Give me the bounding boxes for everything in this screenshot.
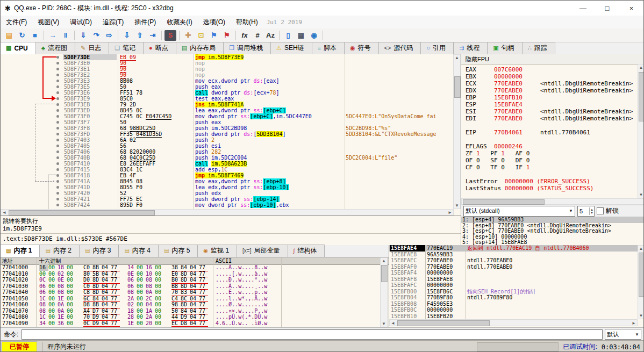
dump-byte[interactable]: 0E [58,277,67,283]
column-separator[interactable] [118,54,118,209]
dump-byte[interactable]: D9 [181,314,190,320]
function-button[interactable]: fx [239,30,251,41]
dump-byte[interactable]: 77 [111,314,120,320]
tab-符号[interactable]: ◉符号 [344,42,379,54]
close-icon[interactable]: × [619,1,643,16]
dump-byte[interactable]: 77 [199,283,208,290]
disasm-row[interactable]: 5D8F73E6FF51 78call dword ptr ds:[ecx+78… [1,90,454,96]
dump-byte[interactable]: 0A [58,301,67,308]
dump-row[interactable]: 7704106008000A00D88B047702000400988D0477… [1,301,378,308]
dump-byte[interactable]: 04 [190,289,199,296]
stack-row[interactable]: 15E8FB1015E8FB20 [389,313,638,320]
stack-vscrollbar[interactable]: ▲ ▼ [638,245,644,319]
register-line[interactable]: ESI 770EABE0 <ntdll.DbgUiRemoteBreakin> [466,108,638,115]
dump-byte[interactable]: 00 [67,314,76,320]
disasm-row[interactable]: 5D8F73E290nop [1,72,454,78]
dump-byte[interactable]: A4 [83,308,92,314]
dump-byte[interactable]: 84 [181,264,190,271]
dump-byte[interactable]: 00 [48,296,58,302]
dump-byte[interactable]: 00 [48,271,58,277]
dump-byte[interactable]: 00 [137,289,146,296]
dump-row[interactable]: 770410501C001E006C8404772A002C00C48C0477… [1,296,378,302]
dump-byte[interactable]: 2A [146,314,155,320]
dump-row[interactable]: 7704104006000800C88D047708000A0070830477… [1,289,378,296]
dump-byte[interactable]: 00 [48,283,58,290]
disasm-row[interactable]: 5D8F7418EB 4Fjmp im.5D8F7469 [1,173,454,178]
register-line[interactable]: EBX 00000000 [466,73,638,80]
disasm-row[interactable]: 5D8F73F750push eax [1,119,454,125]
disasm-row[interactable]: 5D8F7421FF75 ECpush dword ptr ss:[ebp-14… [1,196,454,202]
step-over-button[interactable]: ↷ [90,30,102,41]
dump-row[interactable]: 770410200C000E00D08D047706000800B08D0477… [1,277,378,283]
dump-byte[interactable]: 04 [190,320,199,327]
disasm-row[interactable]: 5D8F73F868 98BDC25Dpush im.5DC2BD985DC2B… [1,125,454,131]
command-input[interactable] [22,329,603,340]
scroll-thumb[interactable] [9,210,155,215]
dump-byte[interactable]: 1C [39,314,48,320]
dump-row[interactable]: 7704101000000200805B04770E001000E08D0477… [1,271,378,277]
register-line[interactable] [466,171,638,178]
calculator-button[interactable]: ▦ [295,30,307,41]
run-to-user-code-button[interactable]: ⇥ [147,30,159,41]
disasm-row[interactable]: 5D8F73E550push eax [1,84,454,90]
labels-button[interactable]: ⚑ [208,30,220,41]
maximize-icon[interactable]: □ [595,1,619,16]
disasm-row[interactable]: 5D8F741A8B45 08mov eax,dword ptr ss:[ebp… [1,178,454,184]
hash-button[interactable]: # [252,30,263,41]
tab-线程[interactable]: ⇉线程 [453,42,488,54]
registers-vscrollbar[interactable]: ▲ ▼ [638,64,644,198]
scroll-down-icon[interactable]: ▼ [638,192,644,198]
stack-row[interactable]: 15E8FAFC00000000 [389,282,638,289]
dump-byte[interactable]: 08 [39,308,48,314]
disasm-row[interactable]: 5D8F73DEEB 09jmp im.5D8F73E9 [1,54,454,60]
dump-byte[interactable]: 00 [137,301,146,308]
step-down-button[interactable]: ⇩ [121,30,133,41]
dump-byte[interactable]: 8D [92,277,102,283]
scroll-up-icon[interactable]: ▲ [638,246,644,252]
dump-byte[interactable]: 16 [146,264,155,271]
dump-byte[interactable]: 04 [190,283,199,290]
menu-item-p[interactable]: 插件(P) [129,18,161,27]
restart-button[interactable]: ↻ [16,30,28,41]
dump-byte[interactable]: 08 [39,301,48,308]
dump-byte[interactable]: 00 [137,264,146,271]
disasm-row[interactable]: 5D8F741D8D55 F0lea edx,dword ptr ss:[ebp… [1,184,454,190]
disasm-row[interactable]: 5D8F7410E8 26EEFAFFcall im.5D8A623B [1,161,454,167]
dump-byte[interactable]: 8B [92,301,102,308]
disasm-vscrollbar[interactable]: ▲ ▼ [453,54,461,209]
dump-byte[interactable]: 98 [171,301,181,308]
dump-byte[interactable]: 8D [181,277,190,283]
dump-byte[interactable]: 00 [137,277,146,283]
register-line[interactable]: EBP 15E8FB10 [466,94,638,101]
disasm-row[interactable]: 5D8F73E190nop [1,66,454,72]
scroll-thumb[interactable] [639,72,644,121]
call-arg-row[interactable]: 1: [esp+4] 96A59BB3 [461,217,644,223]
menu-item-t[interactable]: 追踪(T) [97,18,129,27]
dump-byte[interactable]: 8B [92,264,102,271]
dump-byte[interactable]: 8D [181,301,190,308]
dump-row[interactable]: 7704107008000A00A4D7047718001A0050840477… [1,308,378,314]
tab-seh链[interactable]: ⚠SEH链 [270,42,312,54]
disasm-row[interactable]: 5D8F73F0C745 0C E047C45Dmov dword ptr ss… [1,113,454,119]
tab-日志[interactable]: ✎日志 [75,42,109,54]
register-line[interactable]: ZF 1 PF 1 AF 0 [466,150,638,157]
dump-byte[interactable]: 00 [137,314,146,320]
tab-内存布局[interactable]: ▤内存布局 [176,42,224,54]
dump-byte[interactable]: 00 [67,264,76,271]
disasm-row[interactable]: 5D8F740668 82020000push 282 [1,149,454,155]
disasm-row[interactable]: 5D8F73ED8D45 0Clea eax,dword ptr ss:[ebp… [1,107,454,113]
dump-tab-结构体[interactable]: ∫结构体 [288,245,325,257]
scroll-down-icon[interactable]: ▼ [381,321,387,327]
disasm-row[interactable]: 5D8F740556push esi [1,143,454,149]
dump-byte[interactable]: 70 [83,314,92,320]
dump-byte[interactable]: C8 [83,289,92,296]
disasm-row[interactable]: 5D8F74036A 02push 2 [1,137,454,143]
dump-byte[interactable]: 06 [39,289,48,296]
dump-byte[interactable]: 04 [190,314,199,320]
stack-row[interactable]: 15E8FAE4770EAC19返回到 ntdll.770EAC19 自 ntd… [389,245,638,252]
scroll-up-icon[interactable]: ▲ [638,64,644,70]
dump-byte[interactable]: 0A [58,308,67,314]
dump-byte[interactable]: 1E [58,296,67,302]
register-line[interactable]: EDI 770EABE0 <ntdll.DbgUiRemoteBreakin> [466,115,638,122]
stack-row[interactable]: 15E8FB0015E8FB6C指向SEH_Record[1]的指针 [389,289,638,295]
